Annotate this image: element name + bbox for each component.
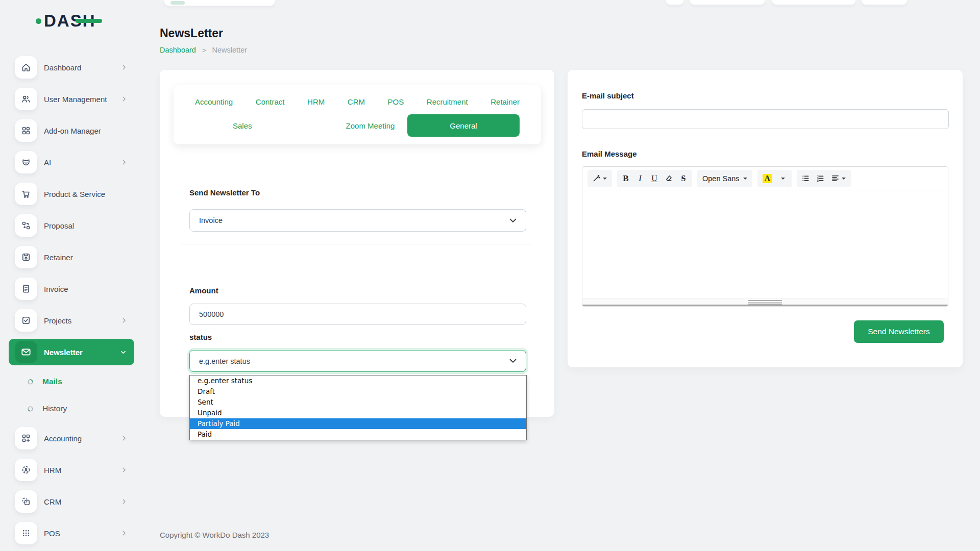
email-subject-field-wrap (582, 109, 949, 129)
sidebar-item-projects[interactable]: Projects (0, 307, 143, 334)
users-icon (15, 88, 37, 110)
sidebar-item-hrm[interactable]: HRM (0, 457, 143, 483)
mail-icon (15, 341, 37, 363)
chevron-right-icon (120, 498, 128, 505)
editor-statusbar[interactable] (582, 298, 948, 306)
sidebar-item-invoice[interactable]: Invoice (0, 276, 143, 302)
clear-format-button[interactable] (662, 171, 676, 186)
module-tabs-row2: Sales Zoom Meeting General (195, 114, 520, 137)
italic-button[interactable]: I (633, 171, 647, 186)
underline-button[interactable]: U (648, 171, 661, 186)
strikethrough-button[interactable]: S (677, 171, 690, 186)
font-style-group: B I U S (617, 170, 692, 187)
sidebar-item-retainer[interactable]: Retainer (0, 244, 143, 270)
tab-sales[interactable]: Sales (233, 121, 252, 130)
tab-contract[interactable]: Contract (256, 97, 285, 106)
paragraph-align-button[interactable] (828, 171, 849, 186)
status-option-highlighted[interactable]: Partialy Paid (190, 418, 526, 429)
send-newsletters-button[interactable]: Send Newsletters (854, 320, 944, 343)
sidebar-item-crm[interactable]: CRM (0, 488, 143, 515)
chevron-right-icon (120, 95, 128, 103)
tab-crm[interactable]: CRM (348, 97, 365, 106)
sidebar-item-label: Invoice (44, 285, 68, 293)
status-option[interactable]: Paid (190, 429, 526, 440)
tab-accounting[interactable]: Accounting (195, 97, 233, 106)
magic-wand-icon (593, 174, 600, 182)
tab-recruitment[interactable]: Recruitment (427, 97, 468, 106)
eraser-icon (665, 174, 673, 182)
sidebar-item-label: Newsletter (44, 348, 83, 357)
sidebar-item-label: Projects (44, 316, 71, 325)
status-option[interactable]: e.g.enter status (190, 375, 526, 386)
tab-retainer[interactable]: Retainer (491, 97, 520, 106)
chevron-right-icon (120, 435, 128, 442)
bold-button[interactable]: B (619, 171, 632, 186)
app-logo[interactable]: DASH (36, 11, 96, 31)
caret-down-icon (842, 178, 846, 180)
font-family-group: Open Sans (697, 170, 752, 187)
header-cutoff-box (690, 0, 765, 5)
caret-down-icon (603, 178, 607, 180)
magic-style-button[interactable] (590, 171, 610, 186)
sidebar-subitem-history[interactable]: History (0, 397, 143, 420)
sidebar-item-ai[interactable]: AI (0, 149, 143, 176)
header-cutoff-box (666, 0, 683, 5)
form-divider (181, 244, 532, 244)
tab-pos[interactable]: POS (388, 97, 404, 106)
chevron-down-icon (119, 348, 127, 356)
color-dropdown-button[interactable] (776, 171, 790, 186)
sidebar-item-label: User Management (44, 95, 107, 104)
person-dashed-circle-icon (15, 459, 37, 481)
home-icon (15, 56, 37, 79)
email-message-label: Email Message (582, 149, 637, 158)
sidebar-item-label: Accounting (44, 434, 82, 443)
sidebar-item-user-management[interactable]: User Management (0, 86, 143, 112)
sidebar-item-product-service[interactable]: Product & Service (0, 181, 143, 207)
numbered-list-icon (817, 174, 824, 182)
tab-hrm[interactable]: HRM (307, 97, 325, 106)
chevron-down-icon (509, 359, 517, 363)
breadcrumb-dashboard-link[interactable]: Dashboard (160, 46, 196, 54)
color-group: A (757, 170, 792, 187)
footer-copyright: Copyright © WorkDo Dash 2023 (160, 531, 269, 539)
sidebar-item-addon-manager[interactable]: Add-on Manager (0, 117, 143, 144)
tab-general-active[interactable]: General (407, 114, 520, 137)
overlap-squares-icon (15, 490, 37, 513)
chevron-right-icon (120, 466, 128, 473)
status-select[interactable]: e.g.enter status (189, 350, 526, 372)
send-to-value: Invoice (199, 216, 223, 224)
email-panel-card: E-mail subject Email Message B I U S (568, 70, 963, 367)
chevron-right-icon (120, 64, 128, 71)
send-to-select[interactable]: Invoice (189, 209, 526, 232)
status-option[interactable]: Draft (190, 386, 526, 397)
file-text-icon (15, 278, 37, 300)
breadcrumb-separator: > (202, 46, 206, 54)
sidebar-item-newsletter[interactable]: Newsletter (9, 339, 134, 365)
sidebar-subitem-mails[interactable]: Mails (0, 370, 143, 393)
unordered-list-button[interactable] (799, 171, 813, 186)
header-cutoff-box (862, 0, 907, 5)
status-label: status (189, 333, 212, 341)
ordered-list-button[interactable] (814, 171, 827, 186)
editor-content-area[interactable] (582, 190, 948, 298)
status-option[interactable]: Unpaid (190, 408, 526, 418)
tab-zoom-meeting[interactable]: Zoom Meeting (346, 121, 395, 130)
text-color-button[interactable]: A (760, 171, 776, 186)
floppy-icon (15, 246, 37, 268)
sidebar-item-pos[interactable]: POS (0, 520, 143, 546)
font-family-dropdown[interactable]: Open Sans (699, 171, 750, 186)
sidebar-item-label: Add-on Manager (44, 127, 101, 135)
sidebar-item-label: POS (44, 529, 60, 538)
sidebar-item-proposal[interactable]: Proposal (0, 212, 143, 239)
email-subject-input[interactable] (589, 115, 942, 123)
progress-ring-icon (27, 379, 34, 385)
amount-input[interactable] (199, 310, 517, 318)
align-left-icon (831, 174, 839, 182)
status-option[interactable]: Sent (190, 397, 526, 408)
paragraph-group (797, 170, 851, 187)
sidebar-item-accounting[interactable]: Accounting (0, 425, 143, 452)
status-dropdown-list: e.g.enter status Draft Sent Unpaid Parti… (189, 375, 527, 440)
bullet-list-icon (802, 174, 810, 182)
chevron-right-icon (120, 317, 128, 324)
sidebar-item-dashboard[interactable]: Dashboard (0, 54, 143, 81)
